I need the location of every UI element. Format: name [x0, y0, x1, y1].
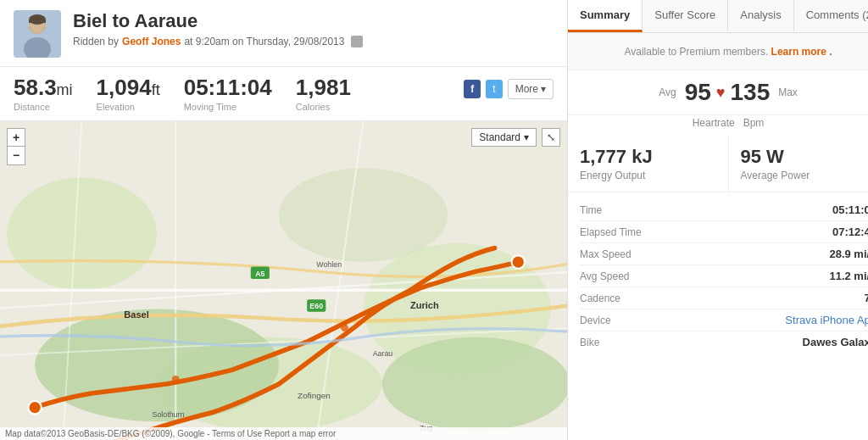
svg-text:Wohlen: Wohlen: [316, 259, 342, 268]
hr-label: Heartrate Bpm: [693, 117, 765, 129]
stat-distance: 58.3mi Distance: [14, 75, 73, 112]
power-label: Average Power: [741, 170, 810, 181]
calories-label: Calories: [296, 102, 351, 112]
elapsed-time-value: 07:12:43: [832, 226, 868, 238]
stats-table: Time 05:11:04 Elapsed Time 07:12:43 Max …: [568, 192, 868, 440]
moving-time-label: Moving Time: [184, 102, 272, 112]
avg-label: Avg: [659, 86, 676, 98]
svg-text:Zofingen: Zofingen: [298, 390, 331, 399]
activity-meta: Ridden by Geoff Jones at 9:20am on Thurs…: [73, 36, 554, 47]
device-value[interactable]: Strava iPhone App: [785, 314, 868, 326]
time-label: Time: [580, 204, 602, 216]
row-max-speed: Max Speed 28.9 mi/h: [580, 243, 868, 265]
svg-text:E60: E60: [309, 302, 323, 310]
elevation-value: 1,094ft: [97, 75, 160, 100]
max-hr-value: 135: [730, 79, 770, 106]
facebook-button[interactable]: f: [464, 80, 481, 98]
power-value: 95 W: [741, 146, 784, 168]
cadence-value: 70: [865, 292, 868, 304]
moving-time-value: 05:11:04: [184, 75, 272, 100]
svg-point-11: [279, 168, 448, 262]
avg-hr-value: 95: [685, 79, 711, 106]
svg-point-22: [172, 376, 180, 383]
tab-analysis[interactable]: Analysis: [728, 0, 793, 32]
twitter-icon: t: [492, 83, 495, 95]
stat-elevation: 1,094ft Elevation: [97, 75, 160, 112]
energy-power-section: 1,777 kJ Energy Output 95 W Average Powe…: [568, 136, 868, 192]
time-value: 05:11:04: [832, 203, 868, 216]
row-elapsed-time: Elapsed Time 07:12:43: [580, 221, 868, 243]
activity-title: Biel to Aaraue: [73, 10, 554, 32]
max-speed-label: Max Speed: [580, 248, 632, 260]
map-container: Basel Zurich Berne Zofingen Biel/Bienne …: [0, 121, 567, 440]
premium-text: Available to Premium members.: [624, 46, 768, 58]
more-arrow-icon: ▾: [541, 83, 546, 95]
average-power: 95 W Average Power: [729, 136, 868, 192]
row-time: Time 05:11:04: [580, 199, 868, 221]
max-label: Max: [778, 86, 798, 98]
tab-summary[interactable]: Summary: [568, 0, 643, 32]
energy-value: 1,777 kJ: [580, 146, 653, 168]
stat-calories: 1,981 Calories: [296, 75, 351, 112]
heart-icon: ♥: [716, 84, 726, 102]
stats-bar: 58.3mi Distance 1,094ft Elevation 05:11:…: [0, 67, 567, 121]
heartrate-display: Avg 95 ♥ 135 Max: [659, 79, 798, 106]
map-footer: Map data©2013 GeoBasis-DE/BKG (©2009), G…: [0, 427, 567, 440]
avg-speed-value: 11.2 mi/h: [829, 270, 868, 282]
svg-text:Zurich: Zurich: [410, 300, 439, 310]
svg-text:Aarau: Aarau: [373, 348, 393, 357]
stat-moving-time: 05:11:04 Moving Time: [184, 75, 272, 112]
avg-speed-label: Avg Speed: [580, 270, 630, 282]
zoom-in-button[interactable]: +: [7, 128, 25, 147]
tab-bar: Summary Suffer Score Analysis Comments (…: [568, 0, 868, 33]
hr-bpm-row: Heartrate Bpm: [568, 115, 868, 136]
expand-icon: ⤡: [547, 131, 555, 143]
premium-notice: Available to Premium members. Learn more…: [568, 33, 868, 70]
map-attribution: Map data©2013 GeoBasis-DE/BKG (©2009), G…: [5, 429, 336, 438]
elapsed-time-label: Elapsed Time: [580, 226, 642, 238]
more-label: More: [515, 83, 538, 95]
tab-summary-label: Summary: [580, 8, 630, 21]
at-time-text: at 9:20am on Thursday, 29/08/2013: [184, 36, 344, 47]
row-device: Device Strava iPhone App: [580, 309, 868, 331]
activity-header: Biel to Aaraue Ridden by Geoff Jones at …: [0, 0, 567, 67]
max-speed-value: 28.9 mi/h: [829, 248, 868, 260]
elevation-label: Elevation: [97, 102, 160, 112]
svg-point-23: [341, 324, 348, 331]
twitter-button[interactable]: t: [486, 80, 502, 98]
tab-comments[interactable]: Comments (2): [794, 0, 868, 32]
device-icon: [351, 36, 363, 47]
energy-label: Energy Output: [580, 170, 645, 181]
map-controls: + −: [7, 128, 25, 165]
map-expand-button[interactable]: ⤡: [542, 128, 560, 147]
athlete-link[interactable]: Geoff Jones: [122, 36, 181, 47]
more-button[interactable]: More ▾: [508, 79, 554, 99]
svg-point-13: [382, 337, 567, 431]
avatar: [14, 10, 61, 58]
heartrate-section: Avg 95 ♥ 135 Max: [568, 70, 868, 115]
left-panel: Biel to Aaraue Ridden by Geoff Jones at …: [0, 0, 568, 440]
svg-text:A5: A5: [255, 269, 264, 277]
svg-text:Solothurn: Solothurn: [153, 409, 185, 418]
tab-suffer-score[interactable]: Suffer Score: [643, 0, 728, 32]
zoom-out-button[interactable]: −: [7, 147, 25, 165]
map-type-arrow-icon: ▾: [524, 131, 529, 143]
tab-analysis-label: Analysis: [740, 8, 781, 21]
svg-text:Basel: Basel: [124, 309, 149, 320]
energy-output: 1,777 kJ Energy Output: [568, 136, 729, 192]
ridden-by-text: Ridden by: [73, 36, 119, 47]
distance-label: Distance: [14, 102, 73, 112]
svg-point-20: [28, 401, 41, 414]
fb-icon: f: [470, 83, 474, 95]
map-type-dropdown[interactable]: Standard ▾: [471, 128, 537, 147]
svg-point-21: [512, 255, 525, 268]
row-avg-speed: Avg Speed 11.2 mi/h: [580, 265, 868, 287]
premium-link[interactable]: Learn more .: [771, 46, 832, 58]
map-type-label: Standard: [479, 131, 520, 143]
device-label: Device: [580, 315, 611, 326]
social-bar: f t More ▾: [464, 79, 554, 99]
bike-value: Dawes Galaxy: [803, 336, 868, 348]
svg-rect-5: [29, 19, 46, 23]
row-bike: Bike Dawes Galaxy: [580, 331, 868, 353]
bike-label: Bike: [580, 337, 599, 348]
